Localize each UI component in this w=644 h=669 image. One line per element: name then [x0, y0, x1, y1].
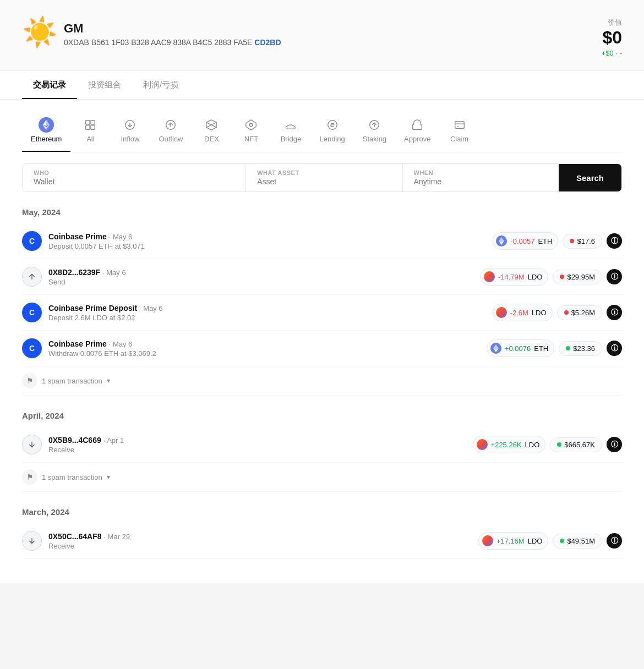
all-icon: [83, 117, 98, 133]
status-dot: [570, 239, 574, 243]
tx-right: +0.0076 ETH $23.36 ⓘ: [487, 339, 622, 357]
greeting: GM: [64, 21, 281, 36]
filter-row: Ethereum All Inflow: [22, 113, 622, 152]
spam-row[interactable]: ⚑ 1 spam transaction ▾: [22, 463, 622, 492]
coinbase-avatar: C: [22, 338, 42, 358]
header: ☀️ GM 0XDAB B561 1F03 B328 AAC9 838A B4C…: [0, 0, 644, 71]
svg-rect-6: [86, 120, 90, 124]
tx-info: 0X8D2...6239F · May 6 Send: [48, 268, 473, 286]
tx-right: -2.6M LDO $5.26M ⓘ: [492, 304, 622, 321]
svg-rect-7: [91, 120, 95, 124]
section-1: April, 2024 0X5B9...4C669 · Apr 1 Receiv…: [22, 411, 622, 492]
filter-approve[interactable]: Approve: [395, 113, 439, 152]
time-input[interactable]: [414, 177, 548, 186]
filter-all[interactable]: All: [70, 113, 110, 152]
info-button[interactable]: ⓘ: [607, 305, 622, 320]
tab-pnl[interactable]: 利润/亏损: [132, 71, 189, 99]
spam-row[interactable]: ⚑ 1 spam transaction ▾: [22, 366, 622, 396]
usd-value: $5.26M: [571, 309, 595, 317]
tx-left: 0X50C...64AF8 · Mar 29 Receive: [22, 531, 472, 551]
status-dot: [564, 310, 569, 315]
info-button[interactable]: ⓘ: [607, 233, 622, 249]
search-button[interactable]: Search: [559, 164, 621, 191]
filter-staking[interactable]: Staking: [354, 113, 395, 152]
status-dot: [560, 275, 564, 279]
section-0: May, 2024 C Coinbase Prime · May 6 Depos…: [22, 207, 622, 396]
filter-claim[interactable]: Claim: [440, 113, 479, 152]
filter-ethereum[interactable]: Ethereum: [22, 113, 70, 152]
spam-icon: ⚑: [22, 373, 37, 388]
token-symbol: LDO: [528, 537, 543, 545]
info-button[interactable]: ⓘ: [607, 533, 622, 549]
usd-badge: $5.26M: [557, 305, 602, 320]
ldo-token-icon: [484, 271, 495, 282]
token-symbol: ETH: [534, 344, 548, 353]
tx-subtitle: Deposit 2.6M LDO at $2.02: [48, 314, 485, 322]
usd-badge: $17.6: [563, 234, 602, 249]
tx-info: 0X50C...64AF8 · Mar 29 Receive: [48, 532, 472, 550]
tx-info: Coinbase Prime · May 6 Deposit 0.0057 ET…: [48, 232, 485, 250]
token-amount-badge: -2.6M LDO: [492, 304, 553, 321]
wallet-address: 0XDAB B561 1F03 B328 AAC9 838A B4C5 2883…: [64, 38, 281, 47]
tx-right: +225.26K LDO $665.67K ⓘ: [473, 436, 622, 453]
price-change: +$0 · -: [602, 49, 622, 57]
usd-value: $49.51M: [567, 537, 595, 545]
filter-inflow-label: Inflow: [121, 135, 139, 143]
tab-portfolio[interactable]: 投资组合: [77, 71, 132, 99]
token-amount: -14.79M: [498, 273, 525, 281]
send-avatar: [22, 267, 42, 287]
tx-title: Coinbase Prime · May 6: [48, 339, 480, 348]
usd-value: $23.36: [573, 344, 595, 353]
spam-label: 1 spam transaction: [42, 473, 102, 481]
token-amount-badge: -14.79M LDO: [480, 268, 548, 286]
spam-icon: ⚑: [22, 469, 37, 485]
main-tabs: 交易记录 投资组合 利润/亏损: [0, 71, 644, 100]
address-prefix: 0XDAB B561 1F03 B328 AAC9 838A B4C5 2883…: [64, 38, 252, 47]
filter-nft[interactable]: NFT: [231, 113, 271, 152]
filter-inflow[interactable]: Inflow: [110, 113, 150, 152]
filter-all-label: All: [86, 135, 94, 143]
filter-bridge[interactable]: Bridge: [271, 113, 310, 152]
usd-value: $17.6: [577, 237, 595, 245]
staking-icon: [367, 117, 382, 133]
filter-dex[interactable]: DEX: [192, 113, 231, 152]
info-button[interactable]: ⓘ: [607, 437, 622, 452]
tx-title: 0X50C...64AF8 · Mar 29: [48, 532, 472, 541]
when-field-group: When: [403, 164, 559, 191]
ldo-token-icon: [477, 439, 488, 450]
tx-date: · May 6: [102, 268, 126, 277]
table-row: C Coinbase Prime · May 6 Withdraw 0.0076…: [22, 331, 622, 366]
filter-lending-label: Lending: [319, 135, 345, 143]
token-amount: -2.6M: [510, 309, 528, 317]
usd-value: $29.95M: [567, 273, 595, 281]
header-left: ☀️ GM 0XDAB B561 1F03 B328 AAC9 838A B4C…: [22, 18, 281, 51]
tab-transactions[interactable]: 交易记录: [22, 71, 77, 99]
tx-date: · Apr 1: [103, 436, 124, 445]
status-dot: [566, 346, 570, 350]
tx-subtitle: Withdraw 0.0076 ETH at $3,069.2: [48, 349, 480, 358]
filter-lending[interactable]: Lending: [310, 113, 353, 152]
coinbase-avatar: C: [22, 303, 42, 322]
info-button[interactable]: ⓘ: [607, 269, 622, 284]
table-row: 0X5B9...4C669 · Apr 1 Receive +225.26K L…: [22, 427, 622, 463]
price-value: $0: [602, 28, 622, 48]
info-button[interactable]: ⓘ: [607, 341, 622, 356]
table-row: 0X8D2...6239F · May 6 Send -14.79M LDO $…: [22, 259, 622, 295]
token-amount-badge: +17.16M LDO: [478, 532, 549, 550]
wallet-input[interactable]: [34, 177, 234, 186]
filter-dex-label: DEX: [204, 135, 219, 143]
tx-subtitle: Receive: [48, 446, 466, 454]
header-right: 价值 $0 +$0 · -: [602, 18, 622, 57]
sun-icon: ☀️: [22, 18, 55, 51]
header-info: GM 0XDAB B561 1F03 B328 AAC9 838A B4C5 2…: [64, 21, 281, 47]
chevron-down-icon: ▾: [107, 473, 110, 481]
eth-token-icon: [490, 343, 501, 354]
inflow-icon: [122, 117, 138, 133]
tx-left: 0X8D2...6239F · May 6 Send: [22, 267, 473, 287]
tx-subtitle: Send: [48, 278, 473, 286]
search-bar: Who What Asset When Search: [22, 163, 622, 192]
filter-nft-label: NFT: [244, 135, 258, 143]
filter-outflow[interactable]: Outflow: [150, 113, 192, 152]
month-header: April, 2024: [22, 411, 622, 420]
asset-input[interactable]: [257, 177, 391, 186]
